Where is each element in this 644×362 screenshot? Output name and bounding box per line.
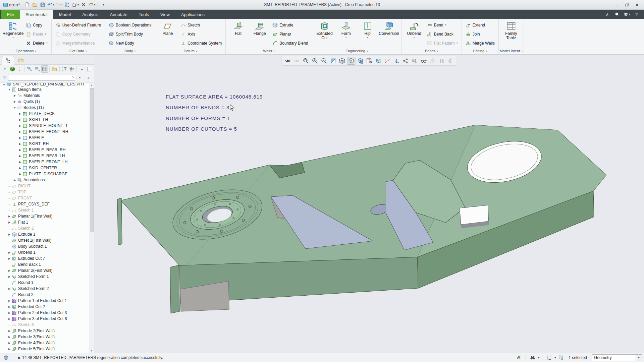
tree-item[interactable]: –Round 1 <box>1 280 89 286</box>
help-button[interactable]: ? <box>632 11 641 18</box>
dropdown-caret-icon[interactable]: ▾ <box>554 356 556 359</box>
expander-closed-icon[interactable]: ▶ <box>18 136 22 139</box>
tree-item[interactable]: ▶Extruded Cut 7 <box>1 255 89 261</box>
dropdown-caret-icon[interactable]: ▾ <box>538 356 539 359</box>
unbend-button[interactable]: Unbend▾ <box>404 20 425 39</box>
expander-closed-icon[interactable]: ▶ <box>18 112 22 115</box>
extend-button[interactable]: Extend <box>464 21 496 29</box>
tree-columns-button[interactable] <box>41 65 48 73</box>
tree-item[interactable]: –Sketch 2 <box>1 225 89 231</box>
tab-view[interactable]: View <box>155 10 175 19</box>
tree-item[interactable]: ▼SMT_REPORTED_PARAMETERS.PRT <box>1 83 89 86</box>
tree-settings-button[interactable] <box>86 65 93 73</box>
scroll-up-icon[interactable]: ▲ <box>90 83 93 87</box>
tree-item[interactable]: ▶BAFFLE <box>1 135 89 141</box>
delete-button[interactable]: Delete▾ <box>24 39 49 47</box>
model-left-tab-2[interactable] <box>170 265 179 313</box>
expander-closed-icon[interactable]: ▶ <box>7 215 11 218</box>
tree-item[interactable]: ▶Planar 2(First Wall) <box>1 267 89 274</box>
minimize-button[interactable]: – <box>612 1 622 8</box>
ribbon-group-label[interactable]: Editing▾ <box>462 48 498 54</box>
tree-item[interactable]: ▼Bodies (11) <box>1 105 89 111</box>
expander-closed-icon[interactable]: ▶ <box>18 173 22 176</box>
regenerate-qa-button[interactable] <box>63 1 71 8</box>
annotation-display-button[interactable] <box>401 57 410 65</box>
regenerate-button[interactable]: Regenerate▾ <box>3 20 23 39</box>
tree-item[interactable]: ▶BAFFLE_FRONT_RH <box>1 129 89 135</box>
perspective-button[interactable] <box>374 57 382 65</box>
model-annotation[interactable]: NUMBER OF BENDS = 3 <box>166 102 263 113</box>
expander-closed-icon[interactable]: ▶ <box>7 275 11 278</box>
extruded-cut-button[interactable]: Extruded Cut <box>314 20 335 40</box>
tree-item[interactable]: ▶Flat 1 <box>1 219 89 225</box>
restore-button[interactable] <box>622 1 632 8</box>
ribbon-group-label[interactable]: Model Intent▾ <box>499 48 524 54</box>
tree-item[interactable]: –Sketch 6 <box>1 322 89 328</box>
add-group-folder-button[interactable] <box>51 65 58 73</box>
zoom-in-button[interactable] <box>311 57 319 65</box>
bend-back-button[interactable]: Bend Back <box>425 30 460 38</box>
expander-closed-icon[interactable]: ▶ <box>18 161 22 164</box>
coordinate-system-button[interactable]: Coordinate System <box>179 39 223 47</box>
pause-button[interactable] <box>437 57 446 65</box>
tree-item[interactable]: ▶Extruded Cut 2 <box>1 304 89 310</box>
selection-filter-button[interactable] <box>545 354 553 361</box>
paste-button[interactable]: Paste▾ <box>24 30 49 38</box>
tree-item[interactable]: –PRT_CSYS_DEF <box>1 201 89 207</box>
ribbon-group-label[interactable]: Body▾ <box>105 48 155 54</box>
model-annotation[interactable]: FLAT SURFACE AREA = 1060046.619 <box>166 92 263 102</box>
expander-open-icon[interactable]: ▼ <box>13 106 17 109</box>
display-style-qa-button[interactable]: ▾ <box>88 1 96 8</box>
expander-closed-icon[interactable]: ▶ <box>7 329 11 333</box>
tree-caret-button[interactable]: ▾ <box>1 65 8 73</box>
window-select-button[interactable]: ▾ <box>71 1 79 8</box>
tree-item[interactable]: ▶Extrude 4(First Wall) <box>1 340 89 346</box>
tab-model[interactable]: Model <box>53 10 76 19</box>
saved-orientations-button[interactable] <box>347 57 355 65</box>
tree-item[interactable]: ▶SKIRT_LH <box>1 117 89 123</box>
graphics-area[interactable]: FLAT SURFACE AREA = 1060046.619NUMBER OF… <box>94 55 644 353</box>
tree-item[interactable]: ▶PLATE_DISCHARGE <box>1 171 89 177</box>
tree-item[interactable]: ▶Sketched Form 2 <box>1 286 89 292</box>
new-body-button[interactable]: New Body <box>107 39 153 47</box>
flat-button[interactable]: Flat <box>228 20 249 36</box>
expander-closed-icon[interactable]: ▶ <box>7 299 11 302</box>
boolean-operations-button[interactable]: Boolean Operations <box>107 21 153 29</box>
active-body-button[interactable] <box>9 65 15 73</box>
zoom-out-button[interactable] <box>320 57 328 65</box>
tree-item[interactable]: ▶Extrude 3(First Wall) <box>1 334 89 340</box>
join-button[interactable]: Join <box>464 30 496 38</box>
merge-walls-button[interactable]: Merge Walls <box>464 39 496 47</box>
tree-item[interactable]: ▼Design Items <box>1 86 89 93</box>
search-button[interactable] <box>613 11 621 18</box>
tag-display-button[interactable] <box>410 57 419 65</box>
filter-clear-button[interactable]: × <box>72 75 74 79</box>
ribbon-group-label[interactable]: Engineering▾ <box>312 48 401 54</box>
expander-closed-icon[interactable]: ▶ <box>7 269 11 272</box>
tree-item[interactable]: ▶Materials <box>1 93 89 99</box>
expander-open-icon[interactable]: ▼ <box>7 88 11 91</box>
view-manager-button[interactable] <box>419 57 428 65</box>
expander-closed-icon[interactable]: ▶ <box>13 179 17 182</box>
tree-item[interactable]: ▶SKID_CENTER <box>1 165 89 171</box>
tree-item[interactable]: ▶SKIRT_RH <box>1 141 89 147</box>
overflow-dots-button[interactable]: ⋮ <box>16 65 23 73</box>
tree-item[interactable]: ▶Extrude 1 <box>1 231 89 237</box>
expander-closed-icon[interactable]: ▶ <box>18 124 22 127</box>
expander-closed-icon[interactable]: ▶ <box>7 342 11 345</box>
expander-closed-icon[interactable]: ▶ <box>7 257 11 260</box>
form-button[interactable]: Form▾ <box>336 20 357 39</box>
web-browser-button[interactable] <box>2 354 10 361</box>
extrude-button[interactable]: Extrude <box>271 21 310 29</box>
model-tree-tab[interactable] <box>2 56 14 65</box>
expander-closed-icon[interactable]: ▶ <box>18 130 22 133</box>
clip-display-button[interactable] <box>446 57 455 65</box>
tree-filter-button[interactable] <box>61 65 68 73</box>
learning-connector-button[interactable]: ▾ <box>623 11 631 18</box>
tab-sheetmetal[interactable]: Sheetmetal <box>20 10 53 19</box>
search-binoculars-button[interactable] <box>529 354 537 361</box>
tree-item[interactable]: ▶Pattern 3 of Extruded Cut 6 <box>1 316 89 322</box>
ribbon-group-label[interactable]: Walls▾ <box>226 48 312 54</box>
flat-pattern-button[interactable]: Flat Pattern▾ <box>425 39 460 47</box>
tree-item[interactable]: ▶Extrude 5(First Wall) <box>1 346 89 352</box>
